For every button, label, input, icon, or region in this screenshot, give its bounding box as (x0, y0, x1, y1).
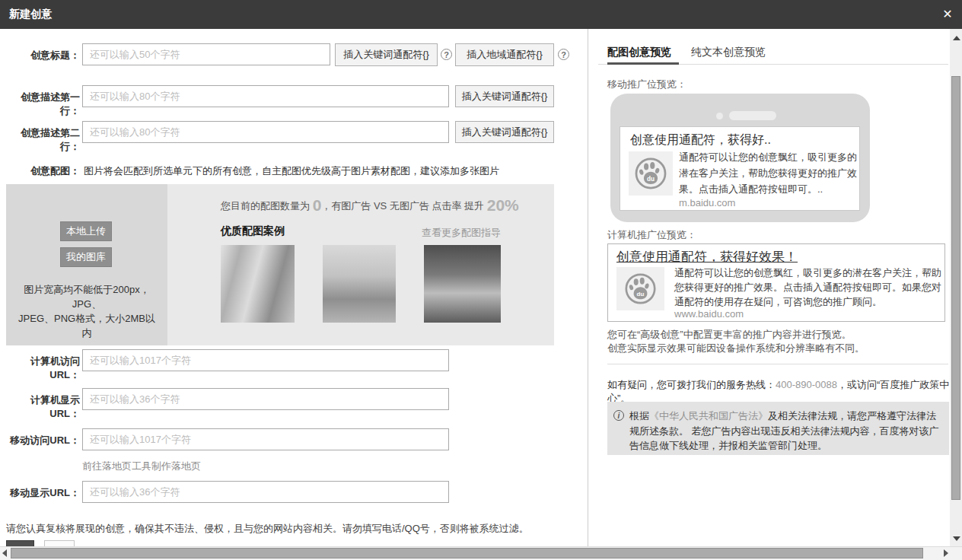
info-icon: i (613, 410, 624, 421)
mobile-ad-title: 创意使用通配符，获得好.. (630, 132, 771, 148)
scroll-down-icon[interactable] (953, 536, 960, 541)
landing-page-tool-link[interactable]: 前往落地页工具制作落地页 (82, 460, 201, 473)
baidu-paw-icon: du (629, 151, 673, 196)
my-gallery-button[interactable]: 我的图库 (60, 247, 112, 267)
legal-notice: i根据《中华人民共和国广告法》及相关法律法规，请您严格遵守法律法规所述条款。 若… (607, 402, 949, 455)
mobile-ad-url: m.baidu.com (679, 197, 735, 208)
pc-target-url-label: 计算机访问URL： (3, 355, 80, 382)
preview-note-1: 您可在“高级创意”中配置更丰富的推广内容并进行预览。 (607, 328, 852, 342)
ctr-lift-value: 20% (487, 196, 519, 214)
hotline-number: 400-890-0088 (776, 379, 837, 390)
creative-title-input[interactable] (82, 43, 330, 65)
vertical-scrollbar-thumb[interactable] (951, 76, 960, 500)
desc-line1-label: 创意描述第一行： (3, 91, 80, 118)
insert-keyword-wildcard-button-desc2[interactable]: 插入关键词通配符{} (455, 121, 554, 143)
pc-ad-url: www.baidu.com (674, 308, 744, 320)
creative-image-label: 创意配图： (3, 164, 80, 178)
tab-text-creative-preview[interactable]: 纯文本创意预览 (691, 46, 766, 59)
close-icon[interactable]: ✕ (939, 6, 956, 23)
pc-target-url-input[interactable] (82, 349, 449, 371)
scroll-left-icon[interactable] (2, 549, 7, 557)
desc-line2-label: 创意描述第二行： (3, 126, 80, 154)
tab-image-creative-preview[interactable]: 配图创意预览 (607, 46, 671, 59)
active-tab-underline (607, 62, 679, 65)
insert-keyword-wildcard-button-desc1[interactable]: 插入关键词通配符{} (455, 85, 554, 107)
mobile-display-url-label: 移动显示URL： (3, 486, 80, 500)
new-creative-dialog: 新建创意 ✕ 创意标题： 插入关键词通配符{} ? 插入地域通配符{} ? 创意… (0, 0, 962, 560)
creative-title-label: 创意标题： (3, 49, 80, 62)
preview-divider (607, 364, 948, 364)
panel-divider (588, 29, 588, 546)
mobile-target-url-input[interactable] (82, 428, 449, 450)
svg-text:du: du (647, 176, 655, 183)
dialog-title: 新建创意 (9, 8, 52, 21)
image-count-line: 您目前的配图数量为 0，有图广告 VS 无图广告 点击率 提升 20% (221, 196, 519, 215)
upload-local-button[interactable]: 本地上传 (60, 221, 112, 241)
phone-camera-dot (716, 113, 723, 119)
keyword-wildcard-help-icon[interactable]: ? (441, 49, 452, 60)
image-requirements: 图片宽高均不能低于200px，JPG、 JPEG、PNG格式，大小2MB以内 (14, 283, 160, 340)
phone-speaker-bar (729, 111, 776, 120)
advertising-law-link[interactable]: 《中华人民共和国广告法》 (649, 410, 768, 422)
pc-ad-body: 通配符可以让您的创意飘红，吸引更多的潜在客户关注，帮助您获得更好的推广效果。点击… (674, 266, 942, 310)
mobile-target-url-label: 移动访问URL： (3, 434, 80, 447)
mobile-ad-body: 通配符可以让您的创意飘红，吸引更多的潜在客户关注，帮助您获得更好的推广效果。点击… (679, 150, 857, 197)
pc-display-url-input[interactable] (82, 388, 449, 410)
dialog-header: 新建创意 (0, 0, 962, 29)
example-image-city (424, 245, 501, 323)
insert-region-wildcard-button[interactable]: 插入地域通配符{} (455, 43, 554, 66)
example-image-interior (221, 245, 295, 323)
quality-examples-title: 优质配图案例 (221, 224, 285, 238)
scroll-up-icon[interactable] (953, 36, 960, 40)
more-image-guide-link[interactable]: 查看更多配图指导 (422, 226, 501, 240)
insert-keyword-wildcard-button[interactable]: 插入关键词通配符{} (335, 43, 438, 66)
region-wildcard-help-icon[interactable]: ? (558, 49, 569, 60)
desc-line2-input[interactable] (82, 121, 449, 143)
mobile-preview-label: 移动推广位预览： (607, 78, 686, 91)
mobile-display-url-input[interactable] (82, 481, 449, 503)
pc-display-url-label: 计算机显示URL： (3, 393, 80, 421)
review-note: 请您认真复核将展现的创意，确保其不违法、侵权，且与您的网站内容相关。请勿填写电话… (6, 522, 529, 536)
svg-text:du: du (637, 291, 645, 298)
preview-note-2: 创意实际显示效果可能因设备操作系统和分辨率略有不同。 (607, 342, 865, 355)
horizontal-scrollbar-thumb[interactable] (11, 548, 923, 558)
pc-ad-title-link[interactable]: 创意使用通配符，获得好效果！ (616, 248, 798, 266)
example-image-car (323, 245, 396, 323)
image-count-value: 0 (313, 196, 322, 214)
creative-image-hint: 图片将会匹配到所选单元下的所有创意，自主配图优先级高于图片素材配图，建议添加多张… (84, 164, 499, 178)
desc-line1-input[interactable] (82, 85, 449, 107)
pc-preview-label: 计算机推广位预览： (607, 228, 696, 242)
scroll-right-icon[interactable] (944, 549, 948, 557)
baidu-paw-icon: du (616, 267, 664, 310)
